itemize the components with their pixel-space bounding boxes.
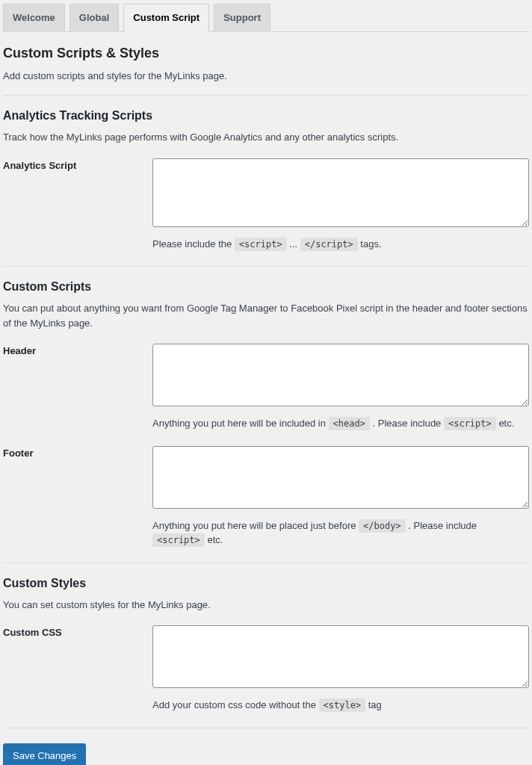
analytics-heading: Analytics Tracking Scripts [3, 109, 529, 123]
code-tag: <script> [152, 533, 205, 547]
code-tag: <script> [235, 238, 287, 251]
tab-global[interactable]: Global [69, 4, 119, 32]
custom-scripts-help: You can put about anything you want from… [3, 301, 529, 330]
custom-css-textarea[interactable] [152, 625, 529, 688]
analytics-script-textarea[interactable] [152, 158, 529, 227]
code-tag: <style> [319, 699, 366, 712]
header-script-textarea[interactable] [152, 344, 529, 406]
tabs-nav: Welcome Global Custom Script Support [3, 3, 529, 32]
divider [3, 728, 529, 728]
header-label: Header [3, 344, 152, 356]
analytics-row: Analytics Script Please include the <scr… [3, 158, 529, 252]
page-title: Custom Scripts & Styles [3, 46, 529, 61]
custom-styles-help: You can set custom styles for the MyLink… [3, 598, 529, 613]
divider [3, 563, 529, 563]
analytics-help: Track how the MyLinks page performs with… [3, 130, 529, 145]
tab-support[interactable]: Support [214, 4, 270, 32]
header-hint: Anything you put here will be included i… [152, 416, 529, 431]
divider [3, 266, 529, 267]
custom-styles-heading: Custom Styles [3, 577, 529, 590]
footer-hint: Anything you put here will be placed jus… [152, 518, 529, 548]
code-tag: <script> [444, 417, 496, 430]
page-description: Add custom scripts and styles for the My… [3, 70, 529, 81]
custom-css-row: Custom CSS Add your custom css code with… [3, 625, 529, 713]
footer-script-textarea[interactable] [152, 446, 529, 509]
footer-row: Footer Anything you put here will be pla… [3, 446, 529, 548]
analytics-hint: Please include the <script> ... </script… [152, 237, 529, 252]
code-tag: </body> [359, 519, 406, 533]
code-tag: <head> [329, 417, 370, 430]
custom-css-hint: Add your custom css code without the <st… [152, 698, 529, 713]
tab-custom-script[interactable]: Custom Script [123, 4, 209, 32]
custom-scripts-heading: Custom Scripts [3, 280, 529, 294]
code-tag: </script> [300, 238, 358, 251]
divider [3, 95, 529, 96]
save-button[interactable]: Save Changes [3, 743, 86, 765]
header-row: Header Anything you put here will be inc… [3, 344, 529, 431]
analytics-label: Analytics Script [3, 158, 152, 171]
custom-css-label: Custom CSS [3, 625, 152, 638]
footer-label: Footer [3, 446, 152, 459]
tab-welcome[interactable]: Welcome [3, 4, 65, 32]
